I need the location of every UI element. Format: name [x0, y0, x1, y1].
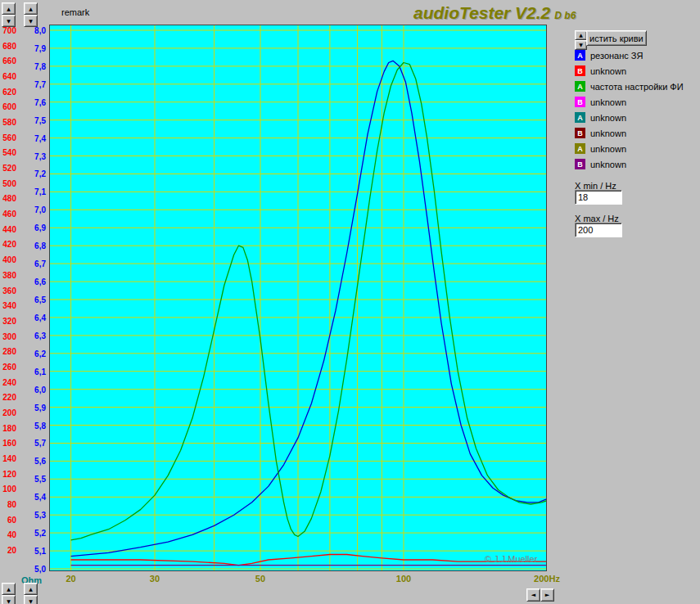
- legend-color-swatch: B: [575, 97, 585, 107]
- legend-item[interactable]: Aunknown: [575, 110, 684, 125]
- legend-label: unknown: [590, 97, 626, 107]
- left-arrow-icon: ◄: [531, 593, 535, 598]
- y-axis-blue-tick: 6,6: [28, 277, 46, 286]
- y-axis-blue-tick: 5,6: [28, 457, 46, 466]
- legend-label: unknown: [590, 66, 626, 76]
- y-axis-blue-tick: 5,4: [28, 493, 46, 502]
- impedance-chart: [49, 25, 547, 571]
- scroll-left-button[interactable]: ◄: [526, 588, 540, 602]
- y-axis-blue-tick: 8,0: [28, 26, 46, 35]
- y-axis-red-tick: 40: [0, 530, 16, 539]
- down-arrow-icon: ▼: [7, 599, 11, 604]
- spin-up-button[interactable]: ▲: [24, 583, 38, 595]
- y-axis-blue-tick: 6,8: [28, 241, 46, 250]
- y-axis-blue-tick: 7,9: [28, 44, 46, 53]
- x-axis-tick: 20: [65, 574, 75, 584]
- app-title-text: audioTester V2.2: [413, 3, 550, 22]
- y-axis-blue-tick: 6,5: [28, 295, 46, 304]
- panel-spin-up-button[interactable]: ▲: [575, 30, 587, 40]
- legend-color-swatch: B: [575, 65, 585, 76]
- y-axis-red-tick: 500: [0, 179, 16, 188]
- remark-label: remark: [61, 7, 89, 17]
- scroll-right-button[interactable]: ►: [540, 588, 554, 602]
- y-axis-blue-tick: 5,9: [28, 403, 46, 412]
- y-axis-red-tick: 140: [0, 454, 16, 463]
- legend-color-swatch: A: [575, 143, 585, 154]
- y-axis-red-tick: 440: [0, 225, 16, 234]
- legend-label: unknown: [590, 160, 626, 169]
- y-axis-red-tick: 300: [0, 332, 16, 341]
- legend-label: unknown: [590, 113, 626, 123]
- up-arrow-icon: ▲: [7, 587, 11, 592]
- y-axis-red-tick: 660: [0, 56, 16, 65]
- legend-color-swatch: A: [575, 81, 585, 92]
- x-axis-tick: 50: [255, 574, 265, 584]
- y-axis-blue-tick: 7,4: [28, 134, 46, 143]
- up-arrow-icon: ▲: [29, 587, 33, 592]
- y-axis-red-tick: 180: [0, 424, 16, 433]
- y-axis-red-tick: 540: [0, 148, 16, 157]
- y-axis-red-tick: 260: [0, 363, 16, 372]
- x-axis-tick: 100: [396, 574, 411, 584]
- y-axis-blue-tick: 6,4: [28, 313, 46, 322]
- legend-item[interactable]: Aчастота настройки ФИ: [575, 79, 684, 94]
- y-axis-red-tick: 380: [0, 271, 16, 280]
- legend-color-swatch: B: [575, 159, 585, 169]
- y-axis-red-tick: 340: [0, 301, 16, 310]
- xmin-input[interactable]: [575, 190, 622, 205]
- y-axis-red-tick: 60: [0, 516, 16, 525]
- right-arrow-icon: ►: [545, 593, 549, 598]
- y-axis-red-tick: 280: [0, 347, 16, 356]
- y-axis-blue-tick: 5,2: [28, 529, 46, 538]
- legend: Aрезонанс ЗЯBunknownAчастота настройки Ф…: [575, 47, 684, 172]
- y-axis-red-tick: 620: [0, 88, 16, 97]
- spin-up-button[interactable]: ▲: [2, 583, 16, 595]
- y-axis-red-tick: 160: [0, 439, 16, 448]
- y-axis-red-tick: 600: [0, 102, 16, 111]
- y-axis-red-tick: 680: [0, 42, 16, 51]
- spin-down-button[interactable]: ▼: [24, 595, 38, 604]
- x-scroll-spinner: ◄ ►: [526, 588, 554, 602]
- y-axis-red: 7006806606406206005805605405205004804604…: [0, 0, 16, 604]
- up-arrow-icon: ▲: [579, 33, 583, 38]
- legend-item[interactable]: Aunknown: [575, 141, 684, 156]
- y-axis-blue-tick: 6,1: [28, 367, 46, 376]
- y-axis-blue-tick: 6,9: [28, 223, 46, 232]
- y-axis-red-tick: 200: [0, 408, 16, 417]
- y-axis-blue-tick: 6,0: [28, 385, 46, 394]
- y-axis-red-tick: 20: [0, 546, 16, 555]
- legend-item[interactable]: Bunknown: [575, 156, 684, 172]
- y-axis-red-tick: 120: [0, 470, 16, 479]
- legend-item[interactable]: Aрезонанс ЗЯ: [575, 47, 684, 63]
- legend-label: unknown: [590, 128, 626, 138]
- y-axis-red-tick: 560: [0, 133, 16, 142]
- legend-label: unknown: [590, 144, 626, 154]
- x-axis-tick: 200Hz: [534, 574, 560, 584]
- y-axis-blue-tick: 5,1: [28, 547, 46, 556]
- y-axis-red-tick: 420: [0, 240, 16, 249]
- clear-curves-button[interactable]: истить криви: [586, 30, 647, 46]
- y-axis-blue-tick: 6,3: [28, 331, 46, 340]
- y-axis-red-tick: 220: [0, 393, 16, 402]
- legend-item[interactable]: Bunknown: [575, 125, 684, 141]
- down-arrow-icon: ▼: [29, 599, 33, 604]
- legend-color-swatch: A: [575, 112, 585, 123]
- y-axis-blue: 8,07,97,87,77,67,57,47,37,27,17,06,96,86…: [28, 0, 46, 604]
- y-axis-red-tick: 320: [0, 317, 16, 326]
- y-axis-blue-tick: 7,3: [28, 152, 46, 161]
- y-axis-blue-tick: 7,1: [28, 187, 46, 196]
- legend-item[interactable]: Bunknown: [575, 63, 684, 79]
- y-axis-blue-tick: 5,0: [28, 565, 46, 574]
- bottom-left-spinner-b: ▲ ▼: [24, 583, 38, 604]
- legend-item[interactable]: Bunknown: [575, 94, 684, 110]
- xmax-input[interactable]: [575, 223, 622, 237]
- y-axis-blue-tick: 7,2: [28, 169, 46, 178]
- y-axis-blue-tick: 7,5: [28, 116, 46, 125]
- y-axis-blue-tick: 7,7: [28, 80, 46, 89]
- legend-label: резонанс ЗЯ: [590, 51, 643, 61]
- legend-color-swatch: A: [575, 50, 585, 61]
- app-title: audioTester V2.2D b6: [413, 3, 576, 23]
- spin-down-button[interactable]: ▼: [2, 595, 16, 604]
- y-axis-red-tick: 580: [0, 118, 16, 127]
- y-axis-blue-tick: 7,6: [28, 98, 46, 107]
